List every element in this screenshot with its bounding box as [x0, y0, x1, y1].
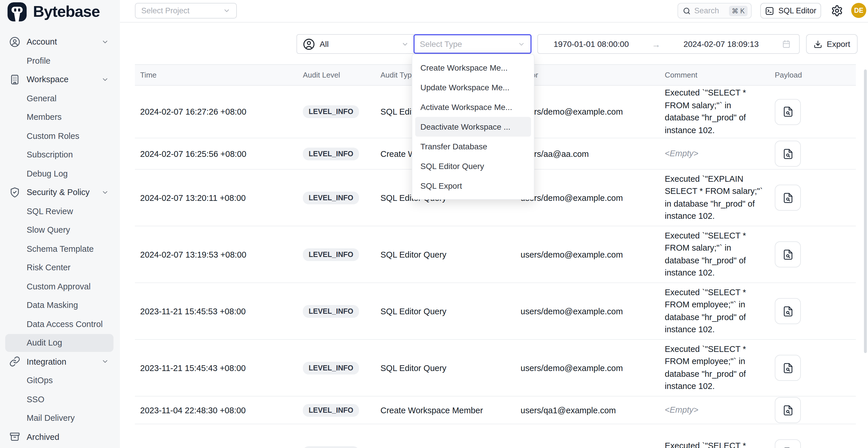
building-icon: [9, 74, 20, 85]
sidebar-item-custom-approval[interactable]: Custom Approval: [0, 277, 120, 296]
user-circle-icon: [303, 38, 315, 50]
project-select[interactable]: Select Project: [135, 3, 237, 19]
col-payload: Payload: [772, 71, 832, 79]
sidebar-item-custom-roles[interactable]: Custom Roles: [0, 126, 120, 145]
audit-actor: users/demo@example.com: [521, 363, 665, 373]
sidebar: Bytebase Account Profile Workspace: [0, 0, 120, 448]
date-from-value: 1970-01-01 08:00:00: [554, 39, 629, 49]
audit-time: 2024-02-07 13:20:11 +08:00: [135, 193, 303, 202]
audit-time: 2024-02-07 16:27:26 +08:00: [135, 107, 303, 116]
view-payload-button[interactable]: [775, 355, 801, 381]
dropdown-option-update-workspace-member[interactable]: Update Workspace Me...: [415, 77, 531, 97]
sidebar-item-profile[interactable]: Profile: [0, 51, 120, 70]
sidebar-item-general[interactable]: General: [0, 89, 120, 108]
audit-comment: Executed `"SELECT * FROM salary;"` in da…: [665, 229, 772, 279]
dropdown-option-sql-export[interactable]: SQL Export: [415, 176, 531, 196]
audit-level-badge: LEVEL_INFO: [303, 404, 359, 416]
table-row: 2023-11-04 22:48:30 +08:00 LEVEL_INFO Cr…: [135, 396, 856, 424]
bytebase-logo-icon: [7, 2, 27, 22]
sidebar-item-sso[interactable]: SSO: [0, 390, 120, 409]
audit-actor: users/demo@example.com: [521, 193, 665, 202]
sidebar-item-subscription[interactable]: Subscription: [0, 145, 120, 164]
actor-filter-select[interactable]: All: [297, 34, 415, 54]
table-row: 2023-11-21 15:45:43 +08:00 LEVEL_INFO SQ…: [135, 340, 856, 396]
shield-check-icon: [9, 187, 20, 198]
audit-actor: users/aa@aa.com: [521, 149, 665, 158]
search-placeholder: Search: [694, 6, 729, 15]
view-payload-button[interactable]: [775, 439, 801, 448]
date-range-picker[interactable]: 1970-01-01 08:00:00 → 2024-02-07 18:09:1…: [537, 34, 800, 54]
search-icon: [683, 7, 691, 15]
sidebar-item-archived[interactable]: Archived: [0, 427, 120, 446]
audit-level-badge: LEVEL_INFO: [303, 446, 359, 448]
type-filter-select[interactable]: Select Type: [413, 34, 532, 54]
audit-comment: Executed `"SELECT * FROM employee;"` in …: [665, 286, 772, 336]
audit-actor: users/demo@example.com: [521, 250, 665, 259]
sidebar-item-slow-query[interactable]: Slow Query: [0, 221, 120, 239]
audit-type: SQL Editor Query: [380, 363, 521, 373]
actor-filter-value: All: [320, 39, 329, 49]
sidebar-item-workspace[interactable]: Workspace: [0, 70, 120, 89]
chevron-down-icon: [518, 40, 525, 48]
sidebar-item-security-policy[interactable]: Security & Policy: [0, 183, 120, 202]
audit-comment: Executed `"SELECT * FROM employee;"` in …: [665, 343, 772, 393]
audit-type: SQL Editor Query: [380, 307, 521, 316]
chevron-down-icon: [223, 7, 230, 14]
search-input[interactable]: Search ⌘ K: [678, 3, 752, 19]
sidebar-item-members[interactable]: Members: [0, 108, 120, 126]
bytebase-logo[interactable]: Bytebase: [7, 2, 100, 22]
sidebar-item-risk-center[interactable]: Risk Center: [0, 258, 120, 277]
view-payload-button[interactable]: [775, 298, 801, 324]
audit-type: Create Workspace Member: [380, 406, 521, 415]
view-payload-button[interactable]: [775, 141, 801, 167]
archive-icon: [9, 431, 20, 443]
view-payload-button[interactable]: [775, 397, 801, 423]
table-row: 2024-02-07 13:19:53 +08:00 LEVEL_INFO SQ…: [135, 226, 856, 283]
gear-icon[interactable]: [831, 5, 843, 17]
audit-time: 2023-11-21 15:45:43 +08:00: [135, 363, 303, 373]
sidebar-nav: Account Profile Workspace General Member…: [0, 32, 120, 446]
calendar-icon: [782, 39, 791, 49]
export-button[interactable]: Export: [806, 34, 858, 54]
sidebar-item-audit-log[interactable]: Audit Log: [0, 333, 120, 352]
view-payload-button[interactable]: [775, 185, 801, 211]
download-icon: [813, 40, 822, 48]
view-payload-button[interactable]: [775, 242, 801, 267]
sidebar-item-integration[interactable]: Integration: [0, 352, 120, 371]
sidebar-item-account[interactable]: Account: [0, 32, 120, 51]
sql-editor-button[interactable]: SQL Editor: [760, 3, 821, 19]
dropdown-option-activate-workspace-member[interactable]: Activate Workspace Me...: [415, 97, 531, 117]
vertical-scrollbar[interactable]: [864, 69, 867, 353]
audit-level-badge: LEVEL_INFO: [303, 105, 359, 118]
chevron-down-icon: [101, 358, 109, 365]
col-time: Time: [135, 71, 303, 79]
dropdown-option-deactivate-workspace-member[interactable]: Deactivate Workspace ...: [415, 117, 531, 137]
dropdown-option-transfer-database[interactable]: Transfer Database: [415, 137, 531, 156]
type-filter-placeholder: Select Type: [420, 39, 462, 49]
table-row: 2023-11-21 15:45:53 +08:00 LEVEL_INFO SQ…: [135, 283, 856, 340]
sidebar-item-debug-log[interactable]: Debug Log: [0, 164, 120, 183]
brand-name: Bytebase: [33, 3, 100, 21]
sidebar-item-mail-delivery[interactable]: Mail Delivery: [0, 409, 120, 427]
audit-level-badge: LEVEL_INFO: [303, 191, 359, 204]
col-audit-level: Audit Level: [303, 71, 380, 79]
sidebar-item-sql-review[interactable]: SQL Review: [0, 202, 120, 221]
audit-time: 2023-11-21 15:45:53 +08:00: [135, 307, 303, 316]
sidebar-item-data-masking[interactable]: Data Masking: [0, 296, 120, 315]
arrow-right-icon: →: [652, 39, 660, 49]
avatar[interactable]: DE: [851, 3, 866, 18]
type-filter-dropdown: Create Workspace Me... Update Workspace …: [412, 54, 534, 200]
audit-actor: users/demo@example.com: [521, 107, 665, 116]
view-payload-button[interactable]: [775, 99, 801, 125]
chevron-down-icon: [101, 38, 109, 46]
sidebar-item-data-access-control[interactable]: Data Access Control: [0, 315, 120, 333]
chevron-down-icon: [401, 40, 409, 48]
chevron-down-icon: [101, 76, 109, 83]
sidebar-item-schema-template[interactable]: Schema Template: [0, 239, 120, 258]
user-circle-icon: [9, 36, 20, 47]
dropdown-option-create-workspace-member[interactable]: Create Workspace Me...: [415, 58, 531, 77]
audit-comment: Executed `"SELECT * FROM department;"` i…: [665, 440, 772, 448]
sidebar-item-gitops[interactable]: GitOps: [0, 371, 120, 390]
audit-level-badge: LEVEL_INFO: [303, 361, 359, 374]
dropdown-option-sql-editor-query[interactable]: SQL Editor Query: [415, 156, 531, 176]
